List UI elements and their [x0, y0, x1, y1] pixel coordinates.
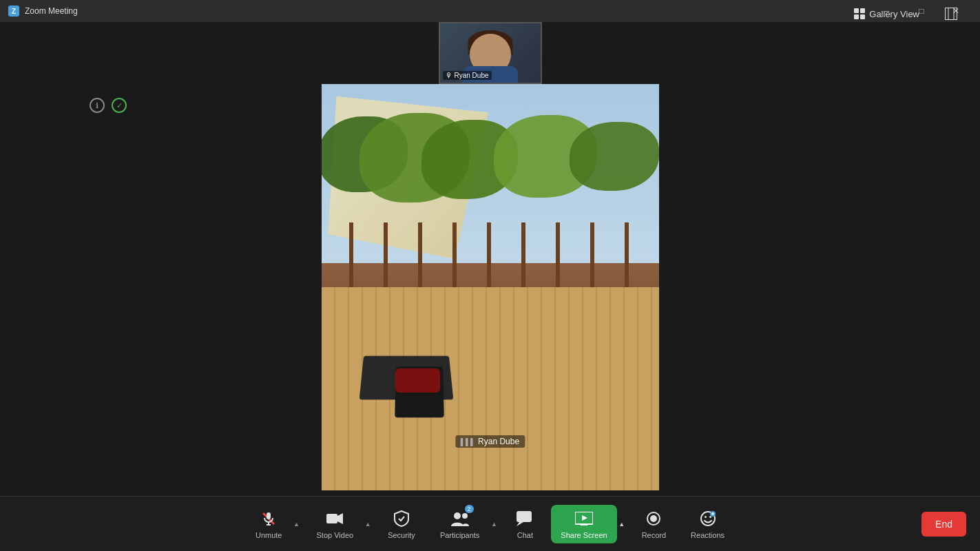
signal-icon: ▌▌▌ [461, 438, 475, 446]
svg-point-25 [709, 516, 711, 518]
check-status-icon: ✓ [112, 98, 127, 113]
main-content: 🎙 Ryan Dube ℹ ✓ [0, 22, 980, 517]
status-icons-area: ℹ ✓ [90, 98, 127, 113]
stop-video-label: Stop Video [317, 531, 354, 539]
participant-name-label: ▌▌▌ Ryan Dube [455, 435, 525, 448]
self-name: Ryan Dube [455, 72, 489, 79]
title-bar: Z Zoom Meeting – □ ✕ [0, 0, 980, 22]
svg-point-22 [650, 515, 657, 522]
gallery-view-label: Gallery View [869, 9, 919, 19]
svg-marker-18 [582, 515, 587, 521]
unmute-icon [259, 509, 278, 528]
reactions-label: Reactions [691, 531, 724, 539]
svg-point-24 [705, 516, 707, 518]
svg-rect-4 [945, 8, 957, 20]
svg-rect-0 [854, 8, 859, 13]
fullscreen-icon [945, 8, 957, 20]
participants-icon: 2 [450, 509, 470, 528]
video-feed [322, 84, 659, 490]
security-button[interactable]: Security [378, 505, 425, 543]
app-icon: Z [8, 6, 19, 17]
stop-video-caret[interactable]: ▲ [363, 519, 373, 529]
svg-rect-2 [854, 14, 859, 19]
record-button[interactable]: Record [632, 505, 676, 543]
stop-video-button[interactable]: Stop Video [307, 505, 364, 543]
svg-marker-12 [337, 513, 343, 524]
record-icon [644, 509, 663, 528]
reactions-button[interactable]: Reactions [681, 505, 734, 543]
svg-rect-8 [267, 512, 271, 519]
svg-point-13 [454, 512, 461, 519]
gallery-icon [854, 8, 865, 19]
participants-button[interactable]: 2 Participants [430, 505, 489, 543]
self-mic-icon: 🎙 [446, 72, 452, 79]
end-label: End [935, 519, 952, 530]
participants-count-badge: 2 [465, 505, 474, 513]
info-status-icon: ℹ [90, 98, 105, 113]
svg-marker-16 [517, 522, 523, 526]
share-screen-icon [574, 509, 594, 528]
end-meeting-button[interactable]: End [921, 512, 966, 537]
chat-label: Chat [517, 531, 533, 539]
self-video-panel: 🎙 Ryan Dube [439, 22, 542, 84]
participants-label: Participants [440, 531, 479, 539]
window-title: Zoom Meeting [25, 6, 871, 16]
gallery-view-button[interactable]: Gallery View [848, 6, 925, 22]
unmute-caret[interactable]: ▲ [292, 519, 302, 529]
self-video-label: 🎙 Ryan Dube [443, 71, 492, 80]
stop-video-icon [325, 509, 344, 528]
chair-cushion [395, 368, 440, 393]
svg-rect-3 [860, 14, 865, 19]
unmute-label: Unmute [256, 531, 282, 539]
main-video-panel [322, 84, 659, 490]
tree5 [570, 122, 659, 191]
reactions-icon [698, 509, 718, 528]
participant-display-name: Ryan Dube [478, 437, 519, 446]
record-label: Record [642, 531, 666, 539]
security-label: Security [388, 531, 415, 539]
security-icon [392, 509, 411, 528]
share-screen-button[interactable]: Share Screen [551, 505, 616, 543]
chat-icon [515, 509, 534, 528]
chat-button[interactable]: Chat [504, 505, 545, 543]
svg-rect-1 [860, 8, 865, 13]
fullscreen-button[interactable] [943, 6, 959, 22]
participants-caret[interactable]: ▲ [489, 519, 499, 529]
share-screen-caret[interactable]: ▲ [617, 519, 627, 529]
svg-point-14 [462, 513, 468, 519]
bottom-toolbar: Unmute ▲ Stop Video ▲ Security [0, 496, 980, 551]
svg-rect-15 [517, 511, 532, 522]
svg-rect-11 [326, 514, 337, 523]
share-screen-label: Share Screen [561, 531, 607, 539]
unmute-button[interactable]: Unmute [246, 505, 292, 543]
